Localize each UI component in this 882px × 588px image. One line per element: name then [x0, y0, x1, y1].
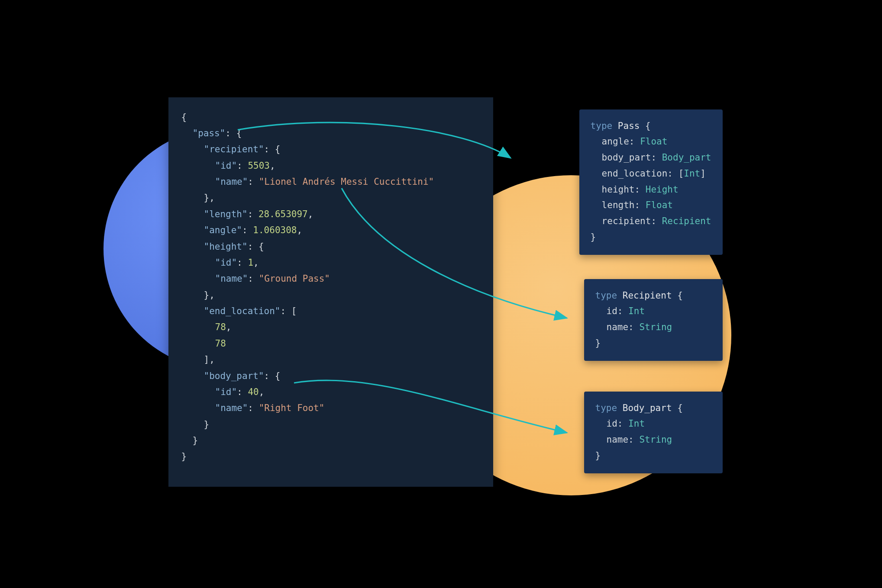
brace-close: }: [595, 338, 601, 348]
json-num: 28.653097: [258, 209, 308, 219]
type-name: Recipient: [623, 290, 672, 301]
json-key-angle: "angle": [204, 225, 242, 235]
punct: ,: [270, 161, 275, 171]
json-num: 1: [248, 257, 253, 268]
json-string: "Right Foot": [259, 403, 325, 413]
diagram-canvas: { "pass": { "recipient": { "id": 5503, "…: [134, 89, 749, 500]
brace-close-comma: },: [204, 193, 215, 203]
json-key-bodypart: "body_part": [204, 371, 264, 381]
brace-open: {: [677, 403, 683, 413]
colon: :: [617, 306, 628, 316]
punct: ,: [308, 209, 313, 219]
punct: ,: [297, 225, 302, 235]
json-key-name: "name": [215, 403, 248, 413]
json-num: 78: [215, 322, 226, 332]
type-name: Body_part: [623, 403, 672, 413]
field-type: String: [639, 434, 672, 445]
json-string: "Ground Pass": [259, 273, 330, 284]
punct: :: [248, 273, 258, 284]
json-key-recipient: "recipient": [204, 144, 264, 154]
field-name: id: [607, 306, 617, 316]
field-type: Int: [628, 418, 645, 429]
brace-close: }: [204, 419, 210, 430]
field-name: body_part: [602, 152, 651, 163]
punct: ,: [259, 387, 265, 397]
keyword-type: type: [591, 121, 613, 131]
bracket-open: [: [678, 168, 684, 179]
field-name: id: [607, 418, 617, 429]
field-name: height: [602, 184, 635, 195]
json-code-panel: { "pass": { "recipient": { "id": 5503, "…: [168, 97, 493, 487]
json-key-id: "id": [215, 257, 237, 268]
field-type: Float: [640, 136, 667, 147]
json-string: "Lionel Andrés Messi Cuccittini": [259, 177, 434, 187]
colon: :: [628, 322, 639, 332]
json-num: 1.060308: [253, 225, 297, 235]
schema-panel-pass: type Pass { angle: Float body_part: Body…: [579, 109, 723, 255]
brace-open: {: [645, 121, 651, 131]
field-name: recipient: [602, 216, 651, 226]
json-key-name: "name": [215, 273, 248, 284]
json-key-length: "length": [204, 209, 248, 219]
brace-open: {: [677, 290, 683, 301]
punct: : {: [264, 371, 281, 381]
punct: :: [237, 387, 248, 397]
json-num: 78: [215, 338, 226, 349]
punct: :: [248, 209, 258, 219]
json-key-id: "id": [215, 387, 237, 397]
punct: : {: [225, 128, 242, 138]
punct: :: [237, 161, 248, 171]
json-key-pass: "pass": [193, 128, 226, 138]
colon: :: [651, 152, 662, 163]
keyword-type: type: [595, 403, 617, 413]
punct: :: [248, 403, 258, 413]
colon: :: [651, 216, 662, 226]
field-type: Recipient: [662, 216, 711, 226]
colon: :: [634, 200, 645, 210]
json-num: 5503: [248, 161, 270, 171]
bracket-close-comma: ],: [204, 354, 215, 365]
json-key-height: "height": [204, 241, 248, 252]
brace-open: {: [181, 112, 187, 122]
schema-panel-recipient: type Recipient { id: Int name: String }: [584, 279, 723, 361]
brace-close: }: [591, 232, 596, 242]
punct: : {: [248, 241, 264, 252]
punct: ,: [253, 257, 259, 268]
field-name: end_location: [602, 168, 668, 179]
json-key-id: "id": [215, 161, 237, 171]
punct: : [: [281, 306, 297, 316]
punct: :: [242, 225, 253, 235]
field-name: name: [607, 434, 629, 445]
field-type: String: [639, 322, 672, 332]
field-type: Int: [628, 306, 645, 316]
field-type: Float: [646, 200, 673, 210]
field-name: length: [602, 200, 635, 210]
field-type: Int: [684, 168, 700, 179]
brace-close: }: [181, 451, 187, 462]
json-key-name: "name": [215, 177, 248, 187]
json-num: 40: [248, 387, 258, 397]
colon: :: [629, 136, 640, 147]
field-name: angle: [602, 136, 629, 147]
punct: :: [237, 257, 248, 268]
colon: :: [667, 168, 678, 179]
colon: :: [628, 434, 639, 445]
field-type: Body_part: [662, 152, 711, 163]
colon: :: [617, 418, 628, 429]
brace-close: }: [595, 450, 601, 461]
punct: ,: [226, 322, 232, 332]
punct: : {: [264, 144, 281, 154]
bracket-close: ]: [700, 168, 706, 179]
colon: :: [634, 184, 645, 195]
type-name: Pass: [618, 121, 640, 131]
punct: :: [248, 177, 258, 187]
field-name: name: [607, 322, 629, 332]
keyword-type: type: [595, 290, 617, 301]
brace-close: }: [193, 435, 198, 446]
field-type: Height: [646, 184, 678, 195]
schema-panel-bodypart: type Body_part { id: Int name: String }: [584, 392, 723, 473]
json-key-endlocation: "end_location": [204, 306, 281, 316]
brace-close-comma: },: [204, 290, 215, 300]
